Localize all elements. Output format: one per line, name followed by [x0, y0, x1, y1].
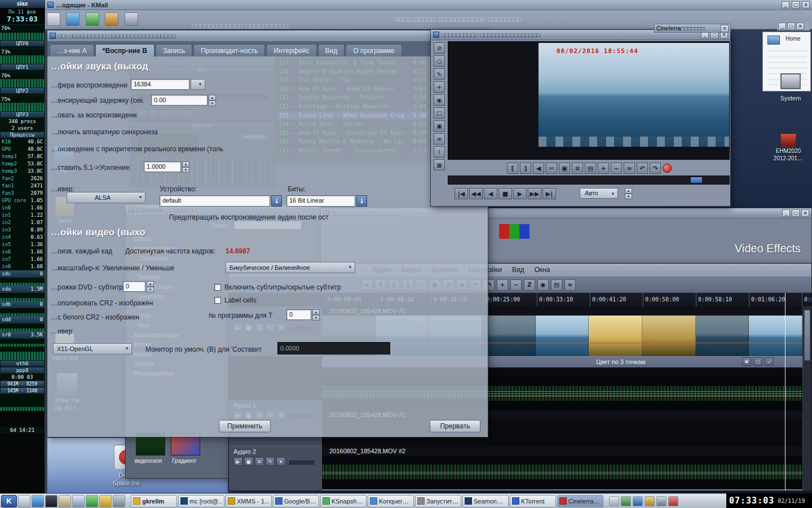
desktop-icon-ehm-label-2[interactable]: 2012-201… [768, 155, 809, 161]
monitor-default-input[interactable]: 0.0000 [277, 342, 390, 354]
cr2-interpolate-label[interactable]: …ополировать CR2 - изображен [51, 299, 153, 307]
task-button[interactable]: KTorrent [510, 495, 556, 507]
patchbay-control-icon[interactable]: ● [244, 457, 253, 466]
preferences-tabs[interactable]: …з-ние А*Воспр-ние ВЗаписьПроизводит-нос… [47, 42, 488, 56]
patchbay-control-icon[interactable]: ✎ [266, 457, 275, 466]
compositor-tool-icon[interactable]: ▦ [434, 159, 445, 170]
spin-up-icon[interactable]: ▲ [182, 161, 189, 167]
disk-monitor-block[interactable]: sdd 0 [0, 316, 45, 331]
hardware-sync-label[interactable]: …лючить аппаратную синхрониза [51, 128, 158, 136]
spin-up-icon[interactable]: ▲ [625, 188, 632, 194]
compositor-tool-column[interactable]: ⊘○✎+◉□▣≡i▦ [434, 42, 446, 170]
video-effects-minimize-button[interactable] [782, 209, 790, 217]
effect-control-icon[interactable]: ✓ [765, 357, 774, 366]
cr2-white-label[interactable]: …с белого CR2 - изображен [51, 313, 139, 321]
viewer-close-button[interactable] [721, 25, 729, 32]
spin-down-icon[interactable]: ▼ [625, 194, 632, 199]
preferences-titlebar[interactable]: □□: □□□□□□□□□□ □□□□□□□□□□□□□□□□□□ [47, 30, 488, 42]
scrollbar-thumb[interactable] [804, 310, 810, 361]
apply-button[interactable]: Применить [219, 420, 271, 432]
folder-launcher-icon[interactable] [99, 495, 112, 507]
cpu-monitor-block[interactable]: 76% ЦПУ0 [0, 24, 45, 47]
compositor-edit-icon[interactable]: ↶ [637, 163, 648, 174]
label-cells-checkbox[interactable] [214, 297, 221, 304]
gain-spinner[interactable]: ▲▼ [182, 161, 189, 172]
settings-launcher-icon[interactable] [113, 495, 125, 507]
transport-button[interactable]: ▶▶ [528, 188, 541, 199]
patchbay-control-icon[interactable]: ≡ [255, 457, 264, 466]
record-label-icon[interactable] [663, 164, 672, 173]
map51-label[interactable]: …ставить 5.1-> [51, 164, 99, 172]
desktop-icon-ehm[interactable] [780, 133, 796, 147]
rgb-effect-icon[interactable] [499, 224, 529, 241]
program-number-spinner[interactable]: ▲▼ [312, 309, 320, 320]
kmail-minimize-button[interactable] [782, 1, 789, 8]
subtitles-label[interactable]: Включить субтитры/скрытые субтитр [224, 283, 341, 291]
device-dropdown-button[interactable]: ↓ [271, 195, 282, 207]
kmail-reply-icon[interactable] [66, 12, 80, 26]
system-tray[interactable] [609, 496, 678, 506]
kmail-new-mail-icon[interactable] [47, 12, 60, 26]
task-button[interactable]: Cinelerra… [557, 495, 603, 507]
compositor-tool-icon[interactable]: □ [434, 107, 445, 119]
compositor-tool-icon[interactable]: + [434, 81, 445, 93]
buffer-size-combo[interactable]: 16384 [131, 79, 189, 90]
preferences-tab[interactable]: Вид [318, 44, 345, 56]
compositor-edit-icon[interactable]: ↷ [650, 163, 661, 174]
timeline-toolbar-icon[interactable]: ≈ [564, 279, 576, 291]
effect-label-color3way[interactable]: Цвет по 3 точкам [596, 358, 645, 365]
compositor-edit-icon[interactable]: ≈ [624, 163, 635, 174]
kmenu-button[interactable]: K [1, 495, 17, 507]
compositor-edit-icon[interactable]: ✂ [546, 163, 557, 174]
disk-monitor-block[interactable]: sdb 0 [0, 301, 45, 316]
task-button[interactable]: KSnapsh… [320, 495, 367, 507]
bg-minimize-button[interactable] [778, 23, 786, 30]
compositor-tool-icon[interactable]: ✎ [434, 68, 445, 80]
compositor-tool-icon[interactable]: ⊘ [434, 42, 445, 54]
taskbar-date[interactable]: 02/11/19 [778, 498, 805, 504]
ppp-timer[interactable]: 0:00 03 [0, 374, 45, 380]
taskbar[interactable]: K gkrellm mc [root@…] XMMS - 1… Googl [0, 493, 812, 508]
scaling-combo[interactable]: Бикубическое / Билинейное [226, 262, 355, 273]
disk-monitor-block[interactable]: sr0 3.5K [0, 331, 45, 347]
cpu-monitor-block[interactable]: 75% ЦПУ3 [0, 95, 45, 118]
task-button[interactable]: Google/B… [273, 495, 319, 507]
compositor-edit-icon[interactable]: + [598, 163, 609, 174]
gkrellm-monitor[interactable]: slax Пн 11 фев 7:33:03 76% ЦПУ0 73% ЦПУ1… [0, 0, 45, 493]
every-frame-label[interactable]: …оизв. каждый кад [51, 247, 112, 255]
preferences-tab[interactable]: О программе [346, 44, 401, 56]
home-folder-label[interactable]: Home [785, 36, 801, 42]
desktop-icon-dead-space-label-2[interactable]: Space.lnk [108, 480, 144, 487]
compositor-edit-icon[interactable]: ≡ [572, 163, 583, 174]
disk-monitor-block[interactable]: sdc 0 [0, 270, 45, 286]
task-button-row[interactable]: gkrellm mc [root@…] XMMS - 1… Google/B… … [131, 495, 603, 507]
audio-driver-combo[interactable]: ALSA [67, 192, 145, 203]
konsole-icon[interactable] [45, 495, 58, 507]
compositor-tool-icon[interactable]: ≡ [434, 133, 445, 144]
kmix-tray-icon[interactable] [645, 496, 655, 506]
gkrellm-hostname[interactable]: slax [0, 0, 45, 8]
preferences-tab[interactable]: *Воспр-ние В [95, 44, 155, 56]
task-button[interactable]: gkrellm [131, 495, 177, 507]
compositor-tool-icon[interactable]: ○ [434, 55, 445, 67]
klipper-tray-icon[interactable] [609, 496, 619, 506]
device-input[interactable]: default [160, 195, 270, 207]
dvd-subtitle-spinner[interactable]: ▲▼ [147, 281, 154, 292]
bits-input[interactable]: 16 Bit Linear [286, 195, 355, 207]
bg-maximize-button[interactable] [787, 23, 795, 30]
video-effects-maximize-button[interactable] [792, 209, 800, 217]
compositor-tool-icon[interactable]: ◉ [434, 94, 445, 106]
auto-zoom-combo[interactable]: Авто [580, 188, 618, 199]
bits-dropdown-button[interactable]: ↓ [356, 195, 367, 207]
audio2-track[interactable]: 20160802_185428.MOV #2 [322, 446, 802, 489]
compositor-edit-icon[interactable]: [ [507, 163, 518, 174]
kmail-close-button[interactable] [802, 1, 810, 8]
patchbay-audio2-track[interactable]: Аудио 2 ▶●≡✎▾ [229, 446, 322, 491]
effect-bar-controls[interactable]: ✱○✓ [742, 357, 774, 366]
gain-input[interactable]: 1.0000 [144, 161, 181, 172]
preferences-tab[interactable]: Запись [156, 44, 192, 56]
digital-clock[interactable]: 07:33:03 [726, 496, 774, 506]
timeline-vertical-scrollbar[interactable] [802, 306, 811, 491]
dvd-subtitle-input[interactable]: 0 [123, 281, 145, 292]
video-driver-combo[interactable]: X11-OpenGL [53, 343, 132, 354]
